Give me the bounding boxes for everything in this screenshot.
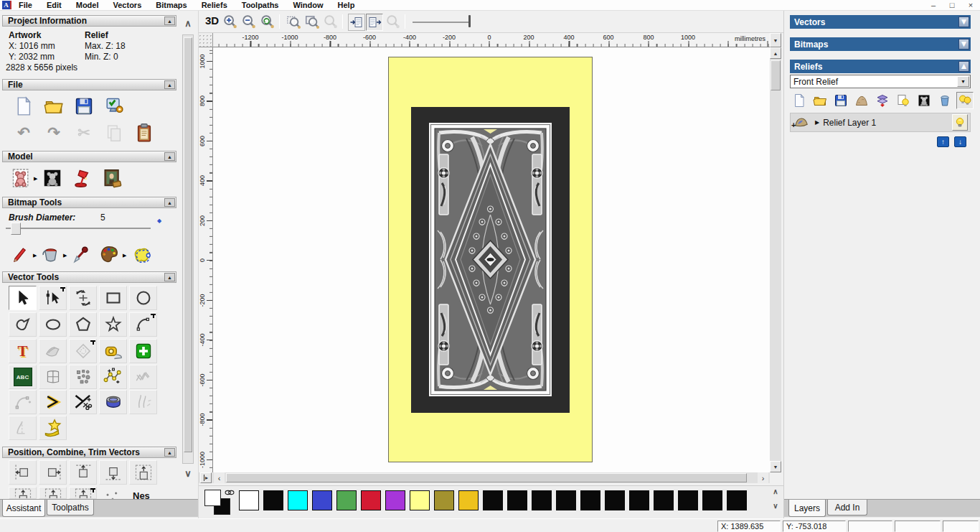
toggle-bitmap-visibility-button[interactable] <box>348 14 365 31</box>
block-copy-button[interactable] <box>99 489 127 499</box>
menu-bitmaps[interactable]: Bitmaps <box>149 1 194 9</box>
palette-swatch[interactable] <box>434 490 454 510</box>
menu-model[interactable]: Model <box>69 1 106 9</box>
undo-button[interactable]: ↶ <box>13 122 34 144</box>
link-colours-icon[interactable] <box>225 489 235 496</box>
palette-swatch[interactable] <box>239 490 259 510</box>
menu-vectors[interactable]: Vectors <box>106 1 149 9</box>
open-relief-button[interactable] <box>812 93 828 108</box>
collapse-position-button[interactable]: ▲ <box>164 448 175 457</box>
close-button[interactable]: × <box>961 0 980 10</box>
canvas-horizontal-scrollbar[interactable]: ▸ ‹ › <box>199 472 770 483</box>
palette-swatch[interactable] <box>629 490 649 510</box>
create-rectangle-tool[interactable] <box>99 286 127 310</box>
fit-polyline-tool[interactable] <box>99 365 127 389</box>
create-text-tool[interactable]: T <box>9 339 37 363</box>
zoom-in-button[interactable] <box>222 13 239 30</box>
tab-toolpaths[interactable]: Toolpaths <box>47 500 94 515</box>
menu-help[interactable]: Help <box>331 1 362 9</box>
paint-tool-button[interactable] <box>10 244 32 266</box>
create-polygon-tool[interactable] <box>69 312 97 337</box>
fit-curve-tool[interactable] <box>129 365 157 389</box>
select-vectors-tool[interactable] <box>9 286 37 310</box>
open-model-button[interactable] <box>43 95 65 117</box>
primary-colour-swatch[interactable] <box>204 490 221 506</box>
palette-swatch[interactable] <box>312 490 332 510</box>
minimize-button[interactable]: – <box>924 0 943 10</box>
contrast-slider-handle[interactable] <box>468 15 471 27</box>
copy-button[interactable] <box>103 122 125 144</box>
flood-fill-flyout-icon[interactable]: ▶ <box>63 253 67 258</box>
move-layer-down-button[interactable]: ↓ <box>954 136 966 147</box>
palette-swatch[interactable] <box>458 490 479 510</box>
palette-scroll-up-icon[interactable]: ∧ <box>768 487 783 495</box>
panel-scroll-up-icon[interactable]: ∧ <box>181 18 195 29</box>
model-flyout-icon[interactable]: ▶ <box>34 176 37 182</box>
texture-relief-button[interactable] <box>101 167 123 189</box>
palette-swatch[interactable] <box>385 490 405 510</box>
vectors-panel-header[interactable]: Vectors ▼ <box>790 15 971 29</box>
palette-swatch[interactable] <box>410 490 430 510</box>
ruler-units-dropdown-button[interactable]: ▼ <box>770 33 781 47</box>
import-relief-button[interactable] <box>854 93 870 108</box>
new-relief-layer-button[interactable] <box>791 93 807 108</box>
palette-flyout-icon[interactable]: ▶ <box>123 253 126 258</box>
extrude-tool[interactable] <box>99 390 127 414</box>
scroll-down-button[interactable]: ▼ <box>770 461 781 472</box>
pick-colour-button[interactable] <box>70 244 92 266</box>
nesting-button[interactable]: Nes <box>133 490 150 499</box>
texture-text-tool[interactable]: ABC <box>9 365 37 389</box>
contrast-slider-track[interactable] <box>413 22 468 23</box>
colour-palette-button[interactable] <box>98 244 120 266</box>
paste-vector-button[interactable] <box>129 339 157 363</box>
greyscale-view-button[interactable] <box>916 93 932 108</box>
bitmaps-panel-header[interactable]: Bitmaps ▼ <box>790 37 971 51</box>
palette-swatch[interactable] <box>361 490 381 510</box>
merge-layers-button[interactable] <box>875 93 890 108</box>
layer-visibility-button[interactable] <box>952 114 968 131</box>
palette-swatch[interactable] <box>336 490 357 510</box>
menu-window[interactable]: Window <box>286 1 330 9</box>
model-viewport[interactable] <box>213 47 770 472</box>
bitmap-to-vector-button[interactable] <box>131 244 152 266</box>
palette-swatch[interactable] <box>556 490 576 510</box>
relief-selector-dropdown[interactable]: Front Relief ▼ <box>790 75 971 88</box>
layer-name[interactable]: Relief Layer 1 <box>823 118 876 128</box>
cut-button[interactable]: ✂ <box>73 122 95 144</box>
page-toggle-button[interactable]: ▸ <box>200 472 212 483</box>
palette-swatch[interactable] <box>580 490 600 510</box>
delete-layer-button[interactable] <box>937 93 953 108</box>
zoom-previous-button[interactable] <box>259 13 276 30</box>
align-top-button[interactable] <box>69 460 97 485</box>
save-relief-button[interactable] <box>833 93 849 108</box>
preview-relief-button[interactable] <box>385 13 402 30</box>
align-centre-x-button[interactable] <box>9 487 37 499</box>
relief-layer-row[interactable]: + ▶ Relief Layer 1 <box>790 113 971 132</box>
redo-button[interactable]: ↷ <box>43 122 65 144</box>
offset-vectors-tool[interactable] <box>69 339 97 363</box>
measure-tool[interactable] <box>99 339 127 363</box>
create-circle-tool[interactable] <box>129 286 157 310</box>
lighting-button[interactable] <box>71 167 93 189</box>
wrap-vectors-tool[interactable] <box>39 416 67 440</box>
fit-arcs-tool[interactable] <box>9 390 37 414</box>
greyscale-preview-button[interactable] <box>42 167 63 189</box>
align-centre-y-button[interactable] <box>39 487 67 499</box>
trim-vectors-tool[interactable] <box>69 390 97 414</box>
show-all-layers-button[interactable] <box>956 92 974 109</box>
restore-button[interactable]: □ <box>943 0 961 10</box>
palette-swatch[interactable] <box>288 490 308 510</box>
transform-vectors-tool[interactable] <box>69 286 97 310</box>
reliefs-panel-header[interactable]: Reliefs ▲ <box>790 60 971 73</box>
artwork-canvas[interactable] <box>388 57 593 462</box>
join-vectors-tool[interactable] <box>39 390 67 414</box>
zoom-out-button[interactable] <box>240 13 258 30</box>
palette-swatch[interactable] <box>678 490 698 510</box>
toggle-vector-visibility-button[interactable] <box>366 14 383 31</box>
scroll-up-button[interactable]: ▲ <box>770 47 781 59</box>
flood-fill-button[interactable] <box>39 244 61 266</box>
profile-tool[interactable] <box>9 416 37 440</box>
collapse-bitmap-button[interactable]: ▲ <box>164 198 175 207</box>
expand-vectors-button[interactable]: ▼ <box>958 17 969 27</box>
collapse-project-button[interactable]: ▲ <box>164 17 175 25</box>
